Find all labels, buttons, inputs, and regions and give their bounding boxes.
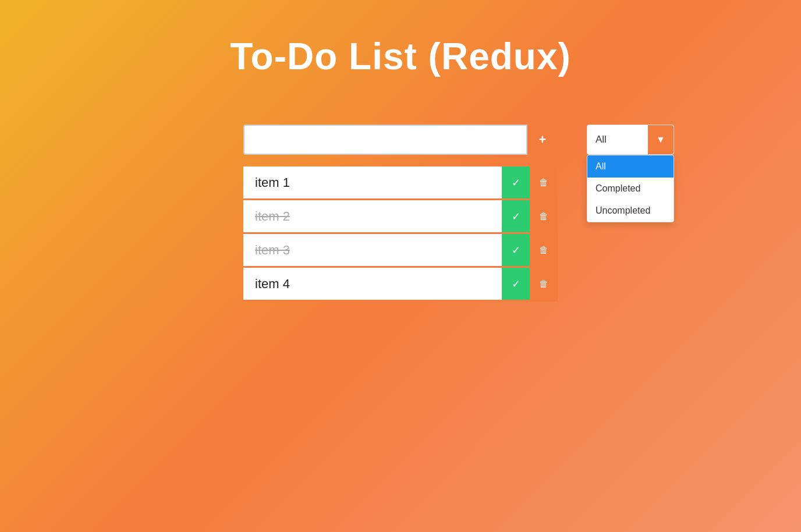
checkmark-icon: ✓ — [512, 176, 520, 189]
todo-item: item 2 ✓ 🗑 — [243, 200, 558, 234]
todo-item: item 3 ✓ 🗑 — [243, 234, 558, 268]
todo-item: item 1 ✓ 🗑 — [243, 166, 558, 200]
add-todo-button[interactable]: + — [527, 125, 558, 155]
controls-row: + All ▼ All Completed Uncompleted — [243, 125, 558, 155]
trash-icon: 🗑 — [539, 279, 548, 289]
checkmark-icon: ✓ — [512, 278, 520, 290]
todo-delete-button[interactable]: 🗑 — [530, 268, 558, 300]
todo-item-text: item 1 — [243, 166, 502, 198]
todo-item: item 4 ✓ 🗑 — [243, 268, 558, 302]
add-todo-input[interactable] — [243, 125, 527, 155]
todo-list: item 1 ✓ 🗑 item 2 ✓ 🗑 item 3 ✓ 🗑 item 4 … — [243, 166, 558, 302]
todo-delete-button[interactable]: 🗑 — [530, 166, 558, 198]
todo-item-text: item 2 — [243, 200, 502, 232]
filter-select[interactable]: All ▼ — [587, 125, 674, 155]
filter-option-all[interactable]: All — [587, 155, 674, 178]
todo-item-text: item 3 — [243, 234, 502, 266]
page-title: To-Do List (Redux) — [230, 35, 571, 78]
todo-complete-button[interactable]: ✓ — [502, 166, 530, 198]
todo-delete-button[interactable]: 🗑 — [530, 200, 558, 232]
trash-icon: 🗑 — [539, 245, 548, 256]
filter-container: All ▼ All Completed Uncompleted — [587, 125, 674, 155]
trash-icon: 🗑 — [539, 211, 548, 222]
trash-icon: 🗑 — [539, 178, 548, 188]
checkmark-icon: ✓ — [512, 210, 520, 223]
filter-dropdown-button[interactable]: ▼ — [648, 125, 674, 154]
filter-option-completed[interactable]: Completed — [587, 178, 674, 200]
todo-delete-button[interactable]: 🗑 — [530, 234, 558, 266]
plus-icon: + — [539, 132, 547, 147]
todo-complete-button[interactable]: ✓ — [502, 234, 530, 266]
todo-complete-button[interactable]: ✓ — [502, 200, 530, 232]
todo-complete-button[interactable]: ✓ — [502, 268, 530, 300]
filter-option-uncompleted[interactable]: Uncompleted — [587, 200, 674, 222]
chevron-down-icon: ▼ — [656, 134, 665, 145]
todo-item-text: item 4 — [243, 268, 502, 300]
filter-current-value: All — [587, 125, 648, 154]
checkmark-icon: ✓ — [512, 244, 520, 257]
filter-dropdown: All Completed Uncompleted — [587, 155, 674, 222]
